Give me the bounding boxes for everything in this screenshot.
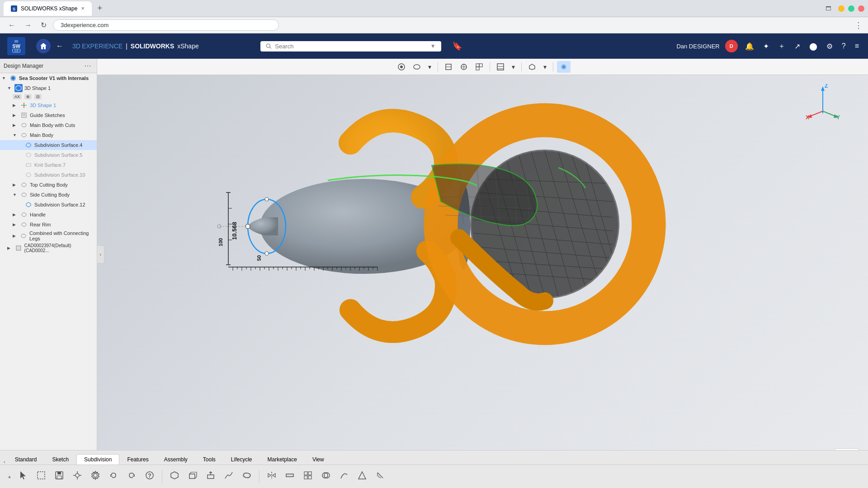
maximize-button[interactable] [848, 5, 854, 12]
active-tool-btn[interactable] [557, 61, 571, 73]
notifications-icon[interactable]: 🔔 [743, 40, 756, 52]
minimize-button[interactable] [838, 5, 844, 12]
icon-btn-2[interactable]: ⊕ [24, 94, 32, 99]
tree-item-axis[interactable]: ▶ 3D Shape 1 [0, 100, 97, 110]
view-btn-6[interactable] [494, 61, 507, 73]
viewport-bg[interactable]: 10.568 50 100 Z X [97, 75, 868, 450]
tab-tools[interactable]: Tools [195, 454, 223, 465]
tree-item-combined[interactable]: ▶ Combined with Connecting Legs [0, 230, 97, 242]
view-btn-5[interactable] [472, 61, 486, 73]
settings-btn[interactable] [87, 469, 104, 484]
tab-subdivision[interactable]: Subdivision [76, 454, 119, 465]
tree-item-sub10[interactable]: Subdivision Surface.10 [0, 170, 97, 180]
push-pull-btn[interactable] [202, 469, 219, 484]
tree-item-main-body-cuts[interactable]: ▶ Main Body with Cuts [0, 120, 97, 130]
fill-btn[interactable] [354, 469, 371, 484]
box-select-btn[interactable] [33, 469, 50, 484]
tab-close-button[interactable]: ✕ [81, 6, 85, 11]
svg-rect-33 [476, 64, 479, 67]
close-button[interactable] [858, 5, 864, 12]
view-dropdown-2[interactable]: ▾ [509, 61, 518, 72]
tree-item-guide[interactable]: ▶ Guide Sketches [0, 110, 97, 120]
transform-btn[interactable] [69, 469, 86, 484]
restore-button[interactable]: 🗖 [826, 5, 831, 12]
compass-icon[interactable]: ✦ [761, 40, 771, 52]
tree-item-side-cut[interactable]: ▼ Side Cutting Body [0, 190, 97, 200]
icon-btn-3[interactable]: ⊟ [34, 94, 42, 99]
unit-dropdown-icon[interactable]: ▼ [849, 450, 855, 450]
new-tab-button[interactable]: + [94, 4, 106, 13]
view-dropdown-1[interactable]: ▾ [425, 61, 434, 72]
view-btn-4[interactable] [457, 61, 471, 73]
tree-item-main-body[interactable]: ▼ Main Body [0, 130, 97, 140]
back-button[interactable]: ← [5, 20, 18, 30]
tab-view[interactable]: View [305, 454, 332, 465]
tree-root-item[interactable]: ▼ Sea Scooter V1 with Internals [0, 73, 97, 83]
tree-item-3dshape[interactable]: ▼ 3D Shape 1 [0, 83, 97, 93]
tab-features[interactable]: Features [119, 454, 156, 465]
browser-menu-icon[interactable]: ⋮ [854, 20, 863, 30]
tree-item-sub4[interactable]: Subdivision Surface.4 [0, 140, 97, 150]
tab-marketplace[interactable]: Marketplace [260, 454, 305, 465]
tree-item-top-cut[interactable]: ▶ Top Cutting Body [0, 180, 97, 190]
help-icon[interactable]: ? [840, 40, 848, 52]
home-icon[interactable] [36, 39, 51, 53]
view-btn-7[interactable] [525, 61, 539, 73]
reload-button[interactable]: ↻ [38, 20, 49, 30]
forward-button[interactable]: → [22, 20, 34, 30]
subdivide-btn[interactable] [299, 469, 316, 484]
view-btn-3[interactable] [442, 61, 455, 73]
tabs-prev-icon[interactable]: ‹ [4, 459, 5, 465]
view-btn-1[interactable] [395, 61, 408, 73]
viewport[interactable]: ▾ ▾ ▾ [97, 59, 868, 450]
tab-standard[interactable]: Standard [7, 454, 45, 465]
share-icon[interactable]: ↗ [793, 40, 802, 52]
svg-point-135 [75, 474, 79, 477]
panel-menu-button[interactable]: ⋯ [82, 61, 93, 70]
url-input[interactable]: 3dexperience.com [53, 19, 279, 31]
tab-lifecycle[interactable]: Lifecycle [223, 454, 260, 465]
browser-tab[interactable]: S SOLIDWORKS xShape ✕ [4, 1, 92, 16]
sep4 [553, 62, 553, 71]
boolean-btn[interactable] [317, 469, 335, 484]
crease-btn[interactable] [220, 469, 237, 484]
tree-item-sub12[interactable]: Subdivision Surface.12 [0, 200, 97, 210]
icon-btn-1[interactable]: AX [13, 94, 22, 99]
tree-item-knit7[interactable]: Knit Surface.7 [0, 160, 97, 170]
user-avatar[interactable]: D [725, 40, 738, 52]
tab-assembly[interactable]: Assembly [156, 454, 195, 465]
mesh-btn[interactable] [166, 469, 183, 484]
tree-item-rear-rim[interactable]: ▶ Rear Rim [0, 220, 97, 230]
collaborate-icon[interactable]: ⬤ [807, 40, 819, 52]
thicken-btn[interactable] [281, 469, 298, 484]
search-input[interactable] [275, 43, 427, 50]
search-dropdown-icon[interactable]: ▼ [430, 43, 436, 49]
add-icon[interactable]: ＋ [776, 40, 787, 53]
edge-loop-btn[interactable] [238, 469, 255, 484]
sculpt-btn[interactable] [335, 469, 353, 484]
tree-item-sub5[interactable]: Subdivision Surface.5 [0, 150, 97, 160]
back-nav-icon[interactable]: ← [56, 42, 63, 50]
unit-selector[interactable]: mm ▼ [835, 448, 859, 450]
svg-rect-133 [57, 472, 61, 474]
undo-btn[interactable] [105, 469, 122, 484]
toolbar-collapse-icon[interactable]: ▲ [7, 474, 12, 479]
menu-icon[interactable]: ≡ [853, 40, 861, 52]
view-dropdown-3[interactable]: ▾ [541, 61, 549, 72]
view-btn-2[interactable] [410, 61, 424, 73]
help-btn[interactable]: ? [141, 469, 158, 484]
save-btn[interactable] [51, 469, 68, 484]
extrude-btn[interactable] [184, 469, 201, 484]
bookmark-icon[interactable]: 🔖 [452, 41, 462, 51]
tree-item-handle[interactable]: ▶ Handle [0, 210, 97, 220]
redo-btn[interactable] [123, 469, 140, 484]
tab-sketch[interactable]: Sketch [44, 454, 76, 465]
select-tool-btn[interactable] [14, 469, 32, 484]
panel-collapse-button[interactable]: ‹ [97, 245, 104, 263]
mirror-btn[interactable] [263, 469, 280, 484]
knife-btn[interactable] [372, 469, 389, 484]
tools-icon[interactable]: ⚙ [825, 40, 835, 52]
svg-marker-123 [821, 86, 825, 91]
svg-text:S: S [13, 7, 15, 11]
tree-item-cad[interactable]: ▶ CAD00023974(Default) (CAD0002... [0, 242, 97, 254]
